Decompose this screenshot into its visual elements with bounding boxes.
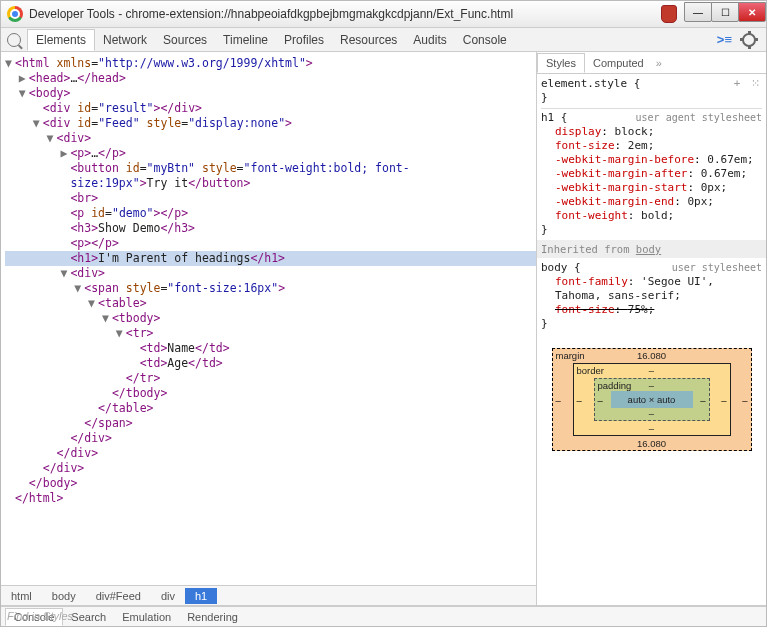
crumb-h1[interactable]: h1 bbox=[185, 588, 217, 604]
tab-elements[interactable]: Elements bbox=[27, 29, 95, 51]
maximize-button[interactable]: ☐ bbox=[711, 2, 739, 22]
tab-timeline[interactable]: Timeline bbox=[215, 30, 276, 50]
dom-line[interactable]: </div> bbox=[5, 461, 536, 476]
dom-line[interactable]: <p></p> bbox=[5, 236, 536, 251]
dom-line[interactable]: <p id="demo"></p> bbox=[5, 206, 536, 221]
dom-line[interactable]: </table> bbox=[5, 401, 536, 416]
dom-line[interactable]: </div> bbox=[5, 431, 536, 446]
css-prop[interactable]: -webkit-margin-end: 0px; bbox=[541, 195, 762, 209]
dom-line[interactable]: </span> bbox=[5, 416, 536, 431]
close-button[interactable]: ✕ bbox=[738, 2, 766, 22]
dom-line[interactable]: ▼<html xmlns="http://www.w3.org/1999/xht… bbox=[5, 56, 536, 71]
gear-icon[interactable] bbox=[742, 33, 756, 47]
box-model: margin 16.080 – – border – – – padding –… bbox=[552, 348, 752, 451]
crumb-body[interactable]: body bbox=[42, 588, 86, 604]
crumb-div[interactable]: div bbox=[151, 588, 185, 604]
tab-audits[interactable]: Audits bbox=[405, 30, 454, 50]
dom-line[interactable]: <br> bbox=[5, 191, 536, 206]
crumb-html[interactable]: html bbox=[1, 588, 42, 604]
inspect-icon[interactable] bbox=[7, 33, 21, 47]
dom-line[interactable]: ▼<tr> bbox=[5, 326, 536, 341]
styles-panel: Styles Computed » + ⁙ element.style { } … bbox=[537, 52, 766, 605]
css-prop[interactable]: font-family: 'Segoe UI', Tahoma, sans-se… bbox=[541, 275, 762, 303]
css-prop[interactable]: -webkit-margin-after: 0.67em; bbox=[541, 167, 762, 181]
dom-line[interactable]: ▶<head>…</head> bbox=[5, 71, 536, 86]
dom-line[interactable]: <div id="result"></div> bbox=[5, 101, 536, 116]
minimize-button[interactable]: — bbox=[684, 2, 712, 22]
dom-line[interactable]: ▼<div> bbox=[5, 266, 536, 281]
dom-line[interactable]: ▼<div id="Feed" style="display:none"> bbox=[5, 116, 536, 131]
tab-computed[interactable]: Computed bbox=[585, 54, 652, 72]
dom-line[interactable]: ▼<div> bbox=[5, 131, 536, 146]
dom-line[interactable]: ▶<p>…</p> bbox=[5, 146, 536, 161]
tab-console[interactable]: Console bbox=[455, 30, 515, 50]
dom-line[interactable]: ▼<body> bbox=[5, 86, 536, 101]
tab-resources[interactable]: Resources bbox=[332, 30, 405, 50]
dom-line[interactable]: </body> bbox=[5, 476, 536, 491]
dom-line[interactable]: <td>Name</td> bbox=[5, 341, 536, 356]
dom-line[interactable]: </tbody> bbox=[5, 386, 536, 401]
style-rules[interactable]: + ⁙ element.style { } user agent stylesh… bbox=[537, 74, 766, 334]
dom-line[interactable]: <h3>Show Demo</h3> bbox=[5, 221, 536, 236]
dom-line[interactable]: </div> bbox=[5, 446, 536, 461]
dom-line[interactable]: </html> bbox=[5, 491, 536, 506]
dock-icon[interactable]: >≡ bbox=[717, 32, 732, 47]
window-titlebar: Developer Tools - chrome-extension://hna… bbox=[1, 0, 766, 28]
chevron-right-icon[interactable]: » bbox=[656, 57, 662, 69]
dom-line[interactable]: ▼<table> bbox=[5, 296, 536, 311]
panel-toolbar: ElementsNetworkSourcesTimelineProfilesRe… bbox=[1, 28, 766, 52]
crumb-div-Feed[interactable]: div#Feed bbox=[86, 588, 151, 604]
chrome-icon bbox=[7, 6, 23, 22]
css-prop[interactable]: font-size: 75%; bbox=[541, 303, 762, 317]
dom-line[interactable]: <td>Age</td> bbox=[5, 356, 536, 371]
css-prop[interactable]: -webkit-margin-start: 0px; bbox=[541, 181, 762, 195]
tab-styles[interactable]: Styles bbox=[537, 53, 585, 73]
css-prop[interactable]: font-weight: bold; bbox=[541, 209, 762, 223]
new-rule-icon[interactable]: + ⁙ bbox=[734, 77, 762, 91]
css-prop[interactable]: display: block; bbox=[541, 125, 762, 139]
css-prop[interactable]: font-size: 2em; bbox=[541, 139, 762, 153]
breadcrumb[interactable]: htmlbodydiv#Feeddivh1 bbox=[1, 585, 536, 605]
tab-profiles[interactable]: Profiles bbox=[276, 30, 332, 50]
css-prop[interactable]: -webkit-margin-before: 0.67em; bbox=[541, 153, 762, 167]
dom-line[interactable]: ▼<tbody> bbox=[5, 311, 536, 326]
dom-line[interactable]: </tr> bbox=[5, 371, 536, 386]
elements-panel: ▼<html xmlns="http://www.w3.org/1999/xht… bbox=[1, 52, 537, 605]
tab-network[interactable]: Network bbox=[95, 30, 155, 50]
shield-icon bbox=[661, 5, 677, 23]
window-title: Developer Tools - chrome-extension://hna… bbox=[29, 7, 661, 21]
dom-line[interactable]: <h1>I'm Parent of headings</h1> bbox=[5, 251, 536, 266]
dom-tree[interactable]: ▼<html xmlns="http://www.w3.org/1999/xht… bbox=[1, 52, 536, 506]
dom-line[interactable]: ▼<span style="font-size:16px"> bbox=[5, 281, 536, 296]
dom-line[interactable]: <button id="myBtn" style="font-weight:bo… bbox=[5, 161, 536, 191]
tab-sources[interactable]: Sources bbox=[155, 30, 215, 50]
